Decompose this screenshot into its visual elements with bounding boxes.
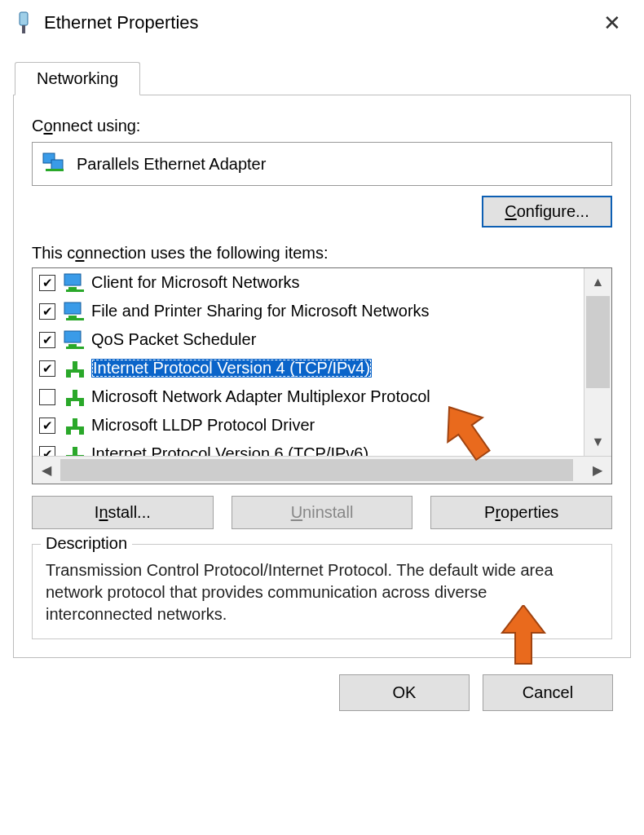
checkbox[interactable] [39, 275, 55, 291]
description-legend: Description [41, 534, 132, 553]
nic-icon [42, 152, 68, 175]
titlebar: Ethernet Properties ✕ [0, 0, 644, 46]
list-item[interactable]: Client for Microsoft Networks [33, 268, 582, 297]
checkbox[interactable] [39, 446, 55, 457]
items-label: This connection uses the following items… [32, 244, 612, 263]
scroll-thumb[interactable] [586, 296, 610, 388]
list-item-label: Internet Protocol Version 4 (TCP/IPv4) [91, 359, 372, 378]
list-item[interactable]: Microsoft Network Adapter Multiplexor Pr… [33, 382, 582, 411]
network-icon [64, 358, 86, 379]
svg-rect-23 [73, 418, 77, 426]
list-item-label: Client for Microsoft Networks [91, 273, 300, 292]
svg-rect-19 [73, 390, 77, 398]
svg-rect-16 [66, 373, 71, 378]
checkbox[interactable] [39, 418, 55, 434]
checkbox[interactable] [39, 303, 55, 320]
svg-rect-24 [66, 430, 71, 435]
svg-rect-9 [68, 316, 77, 318]
svg-rect-6 [68, 287, 77, 289]
scroll-down-icon[interactable]: ▼ [584, 428, 611, 456]
scroll-track-h[interactable] [60, 457, 584, 484]
scroll-up-icon[interactable]: ▲ [584, 268, 611, 296]
dialog-body: Networking Connect using: Parallels Ethe… [0, 46, 644, 726]
svg-rect-27 [73, 447, 77, 455]
listbox-content: Client for Microsoft NetworksFile and Pr… [33, 268, 611, 456]
uninstall-button: Uninstall [232, 496, 413, 529]
network-icon [64, 415, 86, 436]
list-item[interactable]: Internet Protocol Version 6 (TCP/IPv6) [33, 440, 582, 456]
ethernet-properties-window: Ethernet Properties ✕ Networking Connect… [0, 0, 644, 726]
svg-rect-5 [64, 274, 81, 285]
svg-rect-26 [66, 455, 84, 457]
adapter-box[interactable]: Parallels Ethernet Adapter [32, 142, 612, 186]
networking-panel: Connect using: Parallels Ethernet Adapte… [13, 95, 631, 658]
monitor-icon [64, 272, 86, 294]
close-button[interactable]: ✕ [595, 9, 629, 38]
scroll-track[interactable] [584, 296, 611, 428]
list-item[interactable]: Internet Protocol Version 4 (TCP/IPv4) [33, 354, 582, 382]
list-item[interactable]: QoS Packet Scheduler [33, 325, 582, 354]
window-title: Ethernet Properties [44, 12, 595, 33]
svg-rect-4 [46, 169, 64, 171]
checkbox[interactable] [39, 360, 55, 377]
configure-button[interactable]: Configure... [482, 196, 612, 228]
svg-rect-13 [66, 347, 84, 349]
svg-rect-7 [66, 289, 84, 292]
scroll-right-icon[interactable]: ▶ [584, 457, 611, 484]
list-item-label: File and Printer Sharing for Microsoft N… [91, 302, 430, 320]
checkbox[interactable] [39, 332, 55, 348]
scroll-thumb-h[interactable] [60, 459, 573, 481]
svg-rect-0 [20, 12, 28, 25]
list-item-label: Microsoft LLDP Protocol Driver [91, 416, 315, 435]
item-buttons-row: Install... Uninstall Properties [32, 496, 612, 529]
svg-rect-20 [66, 401, 71, 406]
svg-rect-8 [64, 303, 81, 314]
network-icon [64, 444, 86, 457]
svg-rect-14 [66, 369, 84, 373]
cancel-button[interactable]: Cancel [483, 674, 613, 711]
description-text: Transmission Control Protocol/Internet P… [46, 559, 598, 625]
connect-using-label: Connect using: [32, 117, 612, 135]
dialog-footer: OK Cancel [13, 658, 631, 726]
svg-rect-25 [79, 430, 84, 435]
tab-networking[interactable]: Networking [15, 62, 140, 95]
list-item-label: Internet Protocol Version 6 (TCP/IPv6) [91, 444, 368, 456]
network-icon [64, 387, 86, 408]
svg-rect-10 [66, 318, 84, 320]
list-item[interactable]: File and Printer Sharing for Microsoft N… [33, 297, 582, 325]
svg-rect-15 [73, 361, 77, 369]
ok-button[interactable]: OK [339, 674, 470, 711]
items-listbox[interactable]: Client for Microsoft NetworksFile and Pr… [32, 267, 612, 484]
svg-rect-3 [51, 160, 63, 170]
scroll-left-icon[interactable]: ◀ [33, 457, 60, 484]
list-item-label: Microsoft Network Adapter Multiplexor Pr… [91, 387, 430, 406]
monitor-icon [64, 301, 86, 322]
list-item-label: QoS Packet Scheduler [91, 330, 256, 349]
svg-rect-17 [79, 373, 84, 378]
monitor-icon [64, 329, 86, 351]
ethernet-icon [15, 11, 33, 34]
svg-rect-21 [79, 401, 84, 406]
properties-button[interactable]: Properties [430, 496, 612, 529]
adapter-name: Parallels Ethernet Adapter [77, 155, 266, 174]
svg-rect-22 [66, 426, 84, 430]
horizontal-scrollbar[interactable]: ◀ ▶ [33, 456, 611, 484]
svg-rect-1 [22, 25, 25, 33]
vertical-scrollbar[interactable]: ▲ ▼ [584, 268, 611, 456]
list-item[interactable]: Microsoft LLDP Protocol Driver [33, 411, 582, 440]
svg-rect-11 [64, 331, 81, 342]
svg-rect-18 [66, 398, 84, 401]
description-groupbox: Description Transmission Control Protoco… [32, 544, 612, 639]
checkbox[interactable] [39, 389, 55, 405]
svg-rect-12 [68, 344, 77, 347]
install-button[interactable]: Install... [32, 496, 214, 529]
